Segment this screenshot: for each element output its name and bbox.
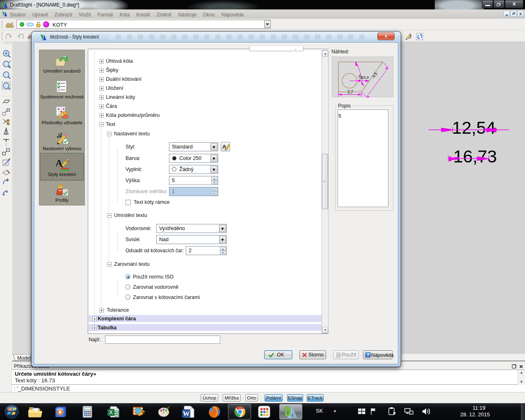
svg-text:4,5: 4,5	[371, 71, 378, 79]
svg-text:2,7: 2,7	[347, 90, 353, 94]
svg-text:s: s	[291, 412, 293, 418]
svg-text:.00: .00	[65, 159, 70, 163]
svg-text:X: X	[109, 409, 113, 415]
svg-text:R0,9: R0,9	[361, 75, 369, 80]
svg-text:W: W	[183, 410, 190, 418]
